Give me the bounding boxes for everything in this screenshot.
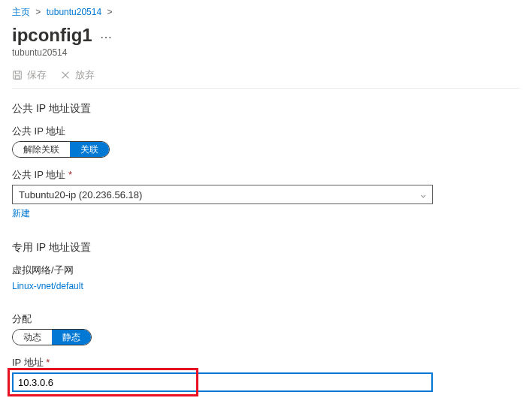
discard-label: 放弃 [75, 68, 95, 82]
save-button[interactable]: 保存 [12, 68, 47, 82]
vnet-label: 虚拟网络/子网 [12, 264, 520, 277]
save-icon [12, 70, 23, 80]
page-title: ipconfig1 [12, 25, 92, 46]
allocation-static[interactable]: 静态 [52, 330, 91, 345]
ip-address-input[interactable] [12, 372, 433, 392]
svg-rect-0 [14, 71, 22, 80]
svg-rect-1 [15, 76, 19, 79]
public-ip-toggle-label: 公共 IP 地址 [12, 125, 520, 138]
public-ip-toggle[interactable]: 解除关联 关联 [12, 141, 110, 158]
private-ip-section-title: 专用 IP 地址设置 [12, 241, 520, 255]
page-subtitle: tubuntu20514 [12, 47, 520, 58]
public-ip-toggle-disassociate[interactable]: 解除关联 [13, 142, 70, 157]
close-icon [60, 70, 71, 80]
public-ip-toggle-associate[interactable]: 关联 [70, 142, 109, 157]
public-ip-address-selected: Tubuntu20-ip (20.236.56.18) [19, 189, 142, 200]
allocation-label: 分配 [12, 312, 520, 326]
breadcrumb-sep: > [35, 7, 41, 17]
breadcrumb: 主页 > tubuntu20514 > [12, 6, 520, 19]
create-new-link[interactable]: 新建 [12, 207, 30, 220]
allocation-dynamic[interactable]: 动态 [13, 330, 52, 345]
save-label: 保存 [27, 68, 47, 82]
discard-button[interactable]: 放弃 [60, 68, 95, 82]
ip-address-label: IP 地址 * [12, 356, 520, 369]
more-actions-icon[interactable]: ⋯ [100, 30, 112, 44]
breadcrumb-parent[interactable]: tubuntu20514 [47, 7, 101, 17]
toolbar: 保存 放弃 [12, 68, 520, 82]
vnet-link[interactable]: Linux-vnet/default [12, 281, 83, 291]
public-ip-address-dropdown[interactable]: Tubuntu20-ip (20.236.56.18) ⌵ [12, 185, 433, 204]
breadcrumb-home[interactable]: 主页 [12, 7, 30, 17]
divider [12, 88, 520, 89]
public-ip-address-label: 公共 IP 地址 * [12, 168, 520, 182]
breadcrumb-sep: > [107, 7, 112, 17]
allocation-toggle[interactable]: 动态 静态 [12, 329, 92, 345]
chevron-down-icon: ⌵ [421, 190, 426, 200]
public-ip-section-title: 公共 IP 地址设置 [12, 102, 520, 116]
